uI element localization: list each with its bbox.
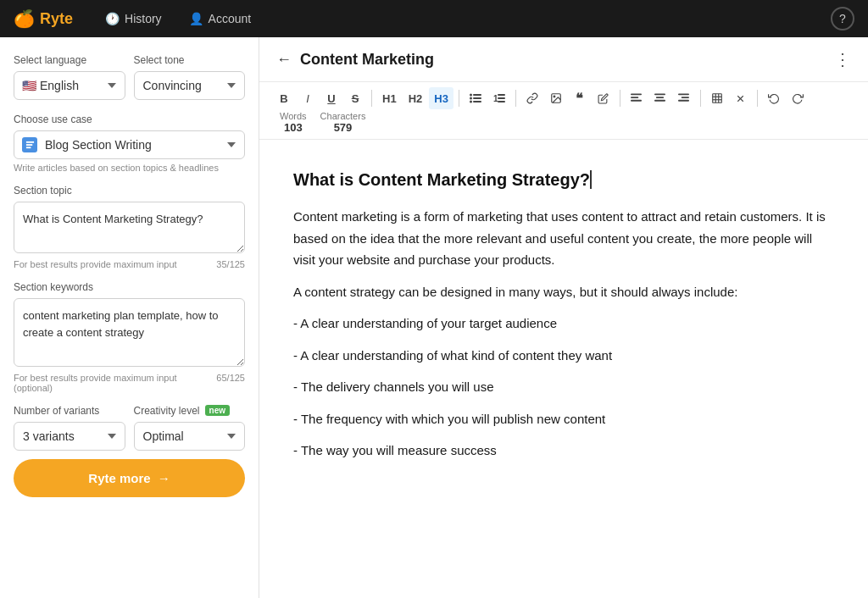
section-keywords-hint: For best results provide maximum input (… (14, 373, 245, 393)
creativity-label: Creativity level (134, 405, 200, 417)
tone-group: Select tone Convincing Formal Friendly P… (134, 54, 246, 100)
content-bullet5: - The way you will measure success (293, 440, 834, 462)
more-options-button[interactable]: ⋮ (834, 49, 851, 69)
content-bullet3: - The delivery channels you will use (293, 376, 834, 398)
section-topic-input[interactable]: What is Content Marketing Strategy? (14, 202, 245, 253)
svg-rect-18 (654, 93, 665, 95)
editor-panel: ← Content Marketing ⋮ B I U S H1 H2 H3 1 (259, 37, 868, 598)
cursor (590, 170, 592, 189)
svg-rect-6 (473, 97, 481, 99)
h1-button[interactable]: H1 (377, 87, 402, 109)
content-para2: A content strategy can be designed in ma… (293, 281, 834, 303)
creativity-select[interactable]: Optimal Low High (134, 422, 246, 451)
editor-header: ← Content Marketing ⋮ (259, 37, 868, 82)
content-para1: Content marketing is a form of marketing… (293, 206, 834, 271)
bullet-list-button[interactable] (465, 87, 487, 109)
section-topic-hint: For best results provide maximum input 3… (14, 259, 245, 269)
help-button[interactable]: ? (831, 7, 854, 30)
svg-rect-17 (631, 100, 642, 102)
toolbar-sep-1 (371, 90, 372, 107)
svg-point-7 (470, 101, 472, 103)
language-select-wrapper: 🇺🇸 English French Spanish German (14, 71, 125, 100)
link-button[interactable] (521, 87, 543, 109)
italic-button[interactable]: I (297, 87, 319, 109)
tone-label: Select tone (134, 54, 246, 66)
align-right-button[interactable] (673, 87, 695, 109)
creativity-new-badge: new (205, 405, 230, 416)
sidebar: Select language 🇺🇸 English French Spanis… (0, 37, 259, 598)
svg-rect-8 (473, 101, 481, 102)
ordered-list-button[interactable]: 1 (488, 87, 510, 109)
section-topic-label: Section topic (14, 185, 245, 197)
creativity-label-row: Creativity level new (134, 405, 246, 417)
svg-point-14 (554, 96, 555, 97)
ryte-more-button[interactable]: Ryte more → (14, 459, 245, 497)
words-value: 103 (280, 121, 307, 134)
toolbar-sep-2 (459, 90, 459, 107)
clear-format-button[interactable] (730, 87, 752, 109)
back-button[interactable]: ← (276, 51, 292, 69)
h2-button[interactable]: H2 (403, 87, 428, 109)
image-button[interactable] (545, 87, 567, 109)
svg-rect-10 (498, 94, 505, 96)
svg-rect-16 (631, 97, 638, 98)
bold-button[interactable]: B (273, 87, 295, 109)
variants-select[interactable]: 3 variants 1 variant 2 variants (14, 422, 125, 451)
chars-label: Characters (320, 111, 366, 121)
strikethrough-button[interactable]: S (344, 87, 366, 109)
toolbar-sep-6 (757, 90, 758, 107)
svg-rect-12 (498, 101, 505, 102)
variants-creativity-row: Number of variants 3 variants 1 variant … (14, 405, 245, 451)
top-nav: 🍊 Ryte 🕐 History 👤 Account ? (0, 0, 868, 37)
svg-rect-24 (713, 94, 722, 103)
tone-select[interactable]: Convincing Formal Friendly Professional (134, 71, 246, 100)
words-count: Words 103 (280, 111, 307, 134)
language-label: Select language (14, 54, 125, 66)
words-label: Words (280, 111, 307, 121)
nav-items: 🕐 History 👤 Account (93, 7, 263, 30)
ryte-btn-label: Ryte more (88, 471, 150, 485)
section-keywords-input[interactable]: content marketing plan template, how to … (14, 298, 245, 367)
editor-content[interactable]: What is Content Marketing Strategy? Cont… (259, 140, 868, 598)
svg-rect-11 (498, 97, 505, 99)
history-icon: 🕐 (105, 12, 120, 25)
pen-button[interactable] (593, 87, 615, 109)
variants-label: Number of variants (14, 405, 125, 417)
toolbar-sep-5 (700, 90, 701, 107)
toolbar-sep-4 (620, 90, 620, 107)
language-group: Select language 🇺🇸 English French Spanis… (14, 54, 125, 100)
redo-button[interactable] (787, 87, 809, 109)
nav-account[interactable]: 👤 Account (177, 7, 264, 30)
use-case-select[interactable]: Blog Section Writing Blog Intro Writing … (14, 130, 245, 159)
svg-rect-20 (654, 100, 665, 102)
h3-button[interactable]: H3 (429, 87, 453, 109)
align-center-button[interactable] (649, 87, 671, 109)
align-left-button[interactable] (626, 87, 648, 109)
logo[interactable]: 🍊 Ryte (14, 8, 73, 29)
underline-button[interactable]: U (320, 87, 342, 109)
table-button[interactable] (706, 87, 728, 109)
undo-button[interactable] (763, 87, 785, 109)
content-bullet4: - The frequency with which you will publ… (293, 408, 834, 430)
svg-rect-21 (678, 93, 689, 95)
lang-tone-row: Select language 🇺🇸 English French Spanis… (14, 54, 245, 100)
svg-rect-15 (631, 93, 642, 95)
svg-point-5 (470, 97, 472, 100)
language-select[interactable]: English French Spanish German (14, 71, 125, 100)
logo-icon: 🍊 (14, 8, 35, 29)
nav-history[interactable]: 🕐 History (93, 7, 174, 30)
chars-count: Characters 579 (320, 111, 366, 134)
svg-rect-19 (656, 97, 664, 98)
use-case-select-wrapper: Blog Section Writing Blog Intro Writing … (14, 130, 245, 159)
svg-rect-22 (682, 97, 689, 98)
quote-button[interactable]: ❝ (569, 87, 591, 109)
svg-point-3 (470, 94, 472, 97)
nav-account-label: Account (209, 12, 252, 25)
use-case-hint: Write articles based on section topics &… (14, 163, 245, 173)
chars-value: 579 (320, 121, 366, 134)
account-icon: 👤 (189, 12, 203, 25)
content-bullet2: - A clear understanding of what kind of … (293, 345, 834, 367)
editor-title: Content Marketing (300, 51, 834, 69)
toolbar-sep-3 (515, 90, 516, 107)
word-count: Words 103 Characters 579 (280, 111, 365, 134)
